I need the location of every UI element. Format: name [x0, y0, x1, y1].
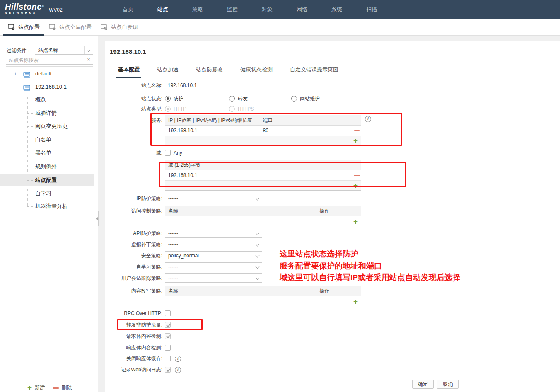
- radio-icon: [229, 106, 235, 112]
- tab-health-check[interactable]: 健康状态检测: [240, 65, 273, 76]
- add-content-rewrite-button[interactable]: +: [352, 299, 359, 305]
- radio-site-maintenance[interactable]: 网站维护: [291, 94, 320, 103]
- chevron-down-icon: [256, 196, 260, 201]
- annotation-line-3: 域这里可以自行填写IP或者采用站点自动发现后选择: [280, 272, 460, 283]
- radio-icon: [229, 96, 235, 102]
- site-search-input[interactable]: [6, 56, 83, 64]
- site-discovery-icon: [101, 24, 108, 31]
- sidebar-item-rule-exception[interactable]: 规则例外: [0, 160, 94, 173]
- sidebar-item-overview[interactable]: 概览: [0, 94, 94, 106]
- site-config-panel: 192.168.10.1 基本配置 站点加速 站点防篡改 健康状态检测 自定义错…: [105, 41, 560, 392]
- disable-response-cache-label: 关闭响应体缓存:: [105, 354, 162, 363]
- sidebar-item-blacklist[interactable]: 黑名单: [0, 147, 94, 159]
- domain-row: 192.168.10.1: [165, 170, 361, 181]
- tab-site-global-config[interactable]: 站点全局配置: [44, 19, 96, 35]
- remove-icon: [354, 175, 360, 176]
- hillstone-logo[interactable]: Hillstone® NETWORKS: [5, 2, 44, 14]
- remove-icon: [53, 387, 59, 389]
- delete-site-button[interactable]: 删除: [53, 384, 72, 392]
- radio-protect[interactable]: 防护: [165, 94, 183, 103]
- menu-item-monitor[interactable]: 监控: [227, 6, 238, 13]
- sidebar-item-self-learning[interactable]: 自学习: [0, 187, 94, 200]
- security-policy-select[interactable]: policy_normal: [165, 251, 262, 260]
- ok-button[interactable]: 确定: [412, 380, 434, 389]
- domain-any-checkbox[interactable]: Any: [165, 148, 182, 157]
- checkbox-icon: [165, 150, 171, 156]
- menu-item-policy[interactable]: 策略: [192, 6, 203, 13]
- ip-protect-label: IP防护策略:: [105, 194, 162, 203]
- response-body-check-checkbox[interactable]: [165, 345, 171, 351]
- tab-site-config[interactable]: 站点配置: [3, 19, 44, 35]
- self-learning-policy-select[interactable]: ------: [165, 262, 262, 271]
- api-protect-select[interactable]: ------: [165, 229, 262, 238]
- service-label: 服务:: [105, 116, 162, 125]
- cancel-button[interactable]: 取消: [437, 380, 459, 389]
- tab-custom-error-page[interactable]: 自定义错误提示页面: [290, 65, 338, 76]
- menu-item-home[interactable]: 首页: [123, 6, 133, 13]
- expand-icon[interactable]: +: [12, 68, 18, 80]
- disable-response-cache-checkbox[interactable]: [165, 356, 171, 361]
- radio-icon: [291, 96, 297, 102]
- site-name-input[interactable]: [165, 81, 259, 90]
- sidebar-item-site-config[interactable]: 站点配置: [0, 174, 94, 186]
- menu-item-system[interactable]: 系统: [331, 6, 342, 13]
- ip-protect-select[interactable]: ------: [165, 194, 262, 203]
- annotation-line-2: 服务配置要保护的地址和端口: [280, 261, 382, 271]
- delete-site-label: 删除: [61, 384, 72, 392]
- log-web-access-checkbox[interactable]: [165, 367, 171, 373]
- service-info-icon[interactable]: i: [365, 116, 371, 122]
- tab-site-discovery[interactable]: 站点自发现: [96, 19, 142, 35]
- tree-node-default[interactable]: + default: [0, 68, 94, 80]
- tree-node-site[interactable]: − 192.168.10.1: [0, 81, 94, 93]
- site-config-icon: [8, 24, 15, 31]
- logo-subtext: NETWORKS: [5, 11, 44, 14]
- site-global-config-icon: [49, 24, 56, 31]
- collapse-icon[interactable]: −: [12, 81, 18, 93]
- menu-item-network[interactable]: 网络: [297, 6, 307, 13]
- radio-http: HTTP: [165, 104, 186, 114]
- device-name: WV02: [49, 7, 63, 13]
- radio-forward[interactable]: 转发: [229, 94, 248, 103]
- tab-anti-defacement[interactable]: 站点防篡改: [196, 65, 223, 76]
- request-body-check-checkbox[interactable]: [165, 333, 171, 339]
- col-name: 名称: [165, 206, 316, 216]
- disable-response-cache-info-icon[interactable]: i: [175, 356, 181, 362]
- chevron-down-icon: [256, 265, 260, 269]
- virtual-patch-select[interactable]: ------: [165, 240, 262, 249]
- sidebar-collapse-handle[interactable]: [95, 211, 99, 226]
- menu-item-site[interactable]: 站点: [157, 6, 168, 13]
- tab-site-acceleration[interactable]: 站点加速: [157, 65, 179, 76]
- tab-site-config-label: 站点配置: [18, 24, 40, 31]
- remove-service-button[interactable]: [352, 126, 361, 136]
- sidebar-item-threat-detail[interactable]: 威胁详情: [0, 107, 94, 119]
- security-policy-label: 安全策略:: [105, 251, 162, 260]
- filter-label: 过滤条件：: [7, 47, 31, 54]
- log-web-access-info-icon[interactable]: i: [175, 367, 181, 373]
- menu-item-object[interactable]: 对象: [262, 6, 273, 13]
- add-icon: +: [27, 385, 32, 391]
- add-access-control-button[interactable]: +: [352, 219, 359, 225]
- add-service-button[interactable]: +: [352, 138, 359, 144]
- sidebar-item-webpage-change-history[interactable]: 网页变更历史: [0, 120, 94, 133]
- col-name: 名称: [165, 286, 316, 296]
- clear-search-icon[interactable]: ×: [84, 56, 93, 64]
- radio-icon: [165, 96, 171, 102]
- menu-item-scan[interactable]: 扫描: [366, 6, 377, 13]
- domain-label: 域:: [105, 148, 162, 157]
- domain-value: 192.168.10.1: [165, 170, 352, 180]
- forward-unprotected-checkbox[interactable]: [165, 322, 171, 328]
- filter-type-select[interactable]: 站点名称: [35, 46, 93, 55]
- annotation-line-1: 这里站点状态选择防护: [280, 249, 358, 259]
- site-status-label: 站点状态:: [105, 94, 162, 103]
- sidebar-item-bot-traffic-analysis[interactable]: 机器流量分析: [0, 200, 94, 213]
- session-track-select[interactable]: ------: [165, 273, 262, 283]
- new-site-button[interactable]: + 新建: [27, 384, 45, 392]
- remove-domain-button[interactable]: [352, 170, 361, 180]
- service-table: IP | IP范围 | IPv4/掩码 | IPv6/前缀长度 端口 192.1…: [165, 115, 361, 146]
- site-type-label: 站点类型:: [105, 104, 162, 114]
- sidebar-item-whitelist[interactable]: 白名单: [0, 133, 94, 146]
- rpc-over-http-checkbox[interactable]: [165, 310, 171, 316]
- service-col-port: 端口: [260, 115, 353, 125]
- tab-basic-config[interactable]: 基本配置: [118, 65, 140, 76]
- add-domain-button[interactable]: +: [352, 183, 359, 189]
